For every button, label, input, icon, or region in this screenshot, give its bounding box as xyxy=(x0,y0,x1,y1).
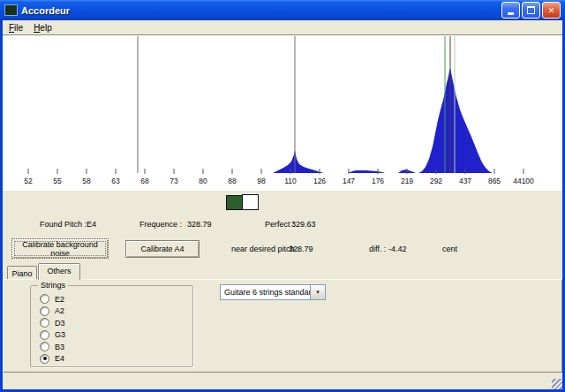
radio-label: A2 xyxy=(55,306,64,315)
radio-button-icon xyxy=(40,306,49,316)
string-option-e2[interactable]: E2 xyxy=(40,293,65,305)
x-tick-label: 80 xyxy=(199,177,207,185)
x-tick-label: 292 xyxy=(430,177,442,185)
diff-value: -4.42 xyxy=(388,245,407,253)
found-pitch-value: E4 xyxy=(87,220,96,229)
app-icon xyxy=(4,4,18,16)
x-tick-label: 147 xyxy=(343,177,355,185)
x-tick-label: 437 xyxy=(459,177,471,185)
found-pitch-label: Found Pitch : xyxy=(40,220,87,229)
close-icon: ✕ xyxy=(548,6,555,15)
menu-help[interactable]: Help xyxy=(34,23,52,33)
radio-button-icon xyxy=(40,330,49,340)
radio-button-icon xyxy=(40,342,49,351)
x-tick-label: 44100 xyxy=(513,177,534,185)
window-title: Accordeur xyxy=(21,5,501,16)
cent-unit-label: cent xyxy=(442,245,457,253)
x-tick-label: 63 xyxy=(111,177,120,185)
strings-group-title: Strings xyxy=(38,281,68,290)
string-option-g3[interactable]: G3 xyxy=(40,329,65,342)
radio-label: E2 xyxy=(55,295,64,304)
x-tick-label: 55 xyxy=(53,177,62,185)
x-tick-label: 176 xyxy=(372,177,384,185)
titlebar: Accordeur ✕ xyxy=(0,0,565,20)
preset-combobox[interactable]: Guitare 6 strings standard ▼ xyxy=(220,284,326,300)
resize-grip[interactable] xyxy=(552,379,562,389)
tuning-indicator-right xyxy=(242,194,259,210)
radio-label: B3 xyxy=(55,343,64,351)
x-tick-label: 73 xyxy=(170,177,178,185)
calibrate-a4-button[interactable]: Calibrate A4 xyxy=(125,240,200,258)
perfect-label: Perfect : xyxy=(265,220,295,229)
spectrum-chart: 5255586368738088981101261471762192924378… xyxy=(3,34,562,191)
menu-file[interactable]: File xyxy=(9,23,23,33)
x-tick-label: 98 xyxy=(257,177,266,185)
near-pitch-value: 328.79 xyxy=(289,245,313,253)
tuning-indicator-left xyxy=(226,195,243,210)
radio-button-icon xyxy=(40,354,49,364)
x-tick-label: 58 xyxy=(82,177,91,185)
x-tick-label: 126 xyxy=(313,177,326,185)
chevron-down-icon: ▼ xyxy=(315,290,320,295)
string-option-b3[interactable]: B3 xyxy=(40,341,65,353)
radio-label: G3 xyxy=(55,330,65,339)
spectrum-peak xyxy=(273,150,324,173)
strings-groupbox: Strings E2A2D3G3B3E4 xyxy=(30,285,193,367)
others-tab-panel: Strings E2A2D3G3B3E4 Guitare 6 strings s… xyxy=(3,279,562,373)
tab-piano[interactable]: Piano xyxy=(7,266,37,279)
radio-button-icon xyxy=(40,294,49,304)
calibrate-noise-button[interactable]: Calibrate background noise xyxy=(11,238,109,259)
string-option-d3[interactable]: D3 xyxy=(40,317,65,329)
app-window: Accordeur ✕ File Help 525558636873808898… xyxy=(0,0,565,392)
radio-button-icon xyxy=(40,318,49,328)
spectrum-peak xyxy=(348,170,385,173)
x-tick-label: 88 xyxy=(228,177,237,185)
perfect-value: 329.63 xyxy=(291,220,316,229)
string-option-a2[interactable]: A2 xyxy=(40,305,65,318)
diff-label: diff. : xyxy=(369,245,386,253)
x-tick-label: 52 xyxy=(24,177,33,185)
spectrum-peak xyxy=(418,68,493,173)
minimize-icon xyxy=(508,12,514,15)
maximize-icon xyxy=(527,6,535,14)
window-controls: ✕ xyxy=(501,2,561,19)
preset-combobox-value: Guitare 6 strings standard xyxy=(221,288,310,297)
radio-label: E4 xyxy=(55,354,64,363)
minimize-button[interactable] xyxy=(501,2,520,19)
string-option-e4[interactable]: E4 xyxy=(40,353,65,366)
spectrum-svg: 5255586368738088981101261471762192924378… xyxy=(3,35,562,192)
combobox-dropdown-button[interactable]: ▼ xyxy=(310,285,325,299)
x-tick-label: 865 xyxy=(488,177,501,185)
x-tick-label: 219 xyxy=(401,177,413,185)
strings-radio-list: E2A2D3G3B3E4 xyxy=(40,293,65,365)
x-tick-label: 68 xyxy=(140,177,149,185)
close-button[interactable]: ✕ xyxy=(542,2,561,19)
frequency-value: 328.79 xyxy=(187,220,212,229)
tab-others[interactable]: Others xyxy=(38,263,80,280)
x-tick-label: 110 xyxy=(284,177,297,185)
maximize-button[interactable] xyxy=(522,2,540,19)
frequency-label: Frequence : xyxy=(139,220,182,229)
radio-label: D3 xyxy=(55,319,65,328)
menubar: File Help xyxy=(3,20,565,34)
